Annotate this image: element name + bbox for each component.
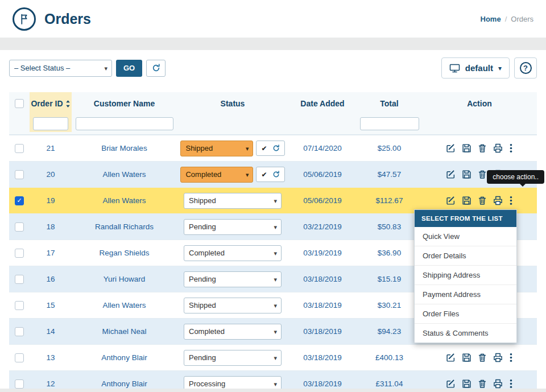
save-order-button[interactable] [462,170,471,179]
question-icon: ? [520,62,532,74]
table-row: 12 Anthony Blair Processing ✔ 03/18/2019… [9,370,537,389]
column-header-action: Action [422,92,537,115]
menu-item-order-files[interactable]: Order Files [415,304,516,323]
edit-order-button[interactable] [446,379,456,389]
delete-order-button[interactable] [478,379,487,389]
print-order-button[interactable] [493,143,503,153]
menu-item-shipping-address[interactable]: Shipping Address [415,265,516,284]
reset-status-button[interactable] [272,171,280,178]
customer-filter-input[interactable] [76,117,173,130]
order-status-select[interactable]: Completed [184,245,282,261]
breadcrumb-home-link[interactable]: Home [481,15,501,23]
trash-icon [478,196,487,205]
delete-order-button[interactable] [478,353,487,362]
date-added-cell: 03/21/2019 [288,214,357,240]
save-icon [462,353,471,362]
menu-item-status-comments[interactable]: Status & Comments [415,323,516,343]
page-title: Orders [44,11,91,27]
date-added-cell: 03/18/2019 [288,292,357,318]
order-id-cell: 20 [30,162,72,187]
order-id-filter-input[interactable] [33,117,68,130]
layout-default-button[interactable]: default ▾ [441,57,510,79]
order-id-cell: 21 [30,135,72,161]
save-order-button[interactable] [462,379,471,389]
save-order-button[interactable] [462,143,471,153]
delete-order-button[interactable] [478,143,487,153]
row-checkbox[interactable] [15,170,24,179]
row-checkbox[interactable] [15,144,24,153]
row-checkbox[interactable] [15,353,24,362]
chevron-down-icon: ▾ [498,64,502,72]
kebab-icon [509,196,513,205]
print-order-button[interactable] [493,379,503,389]
order-status-select[interactable]: Pending [184,350,282,366]
order-status-select[interactable]: Pending [184,219,282,235]
table-head: Order ID Customer Name Status Date Added… [9,92,537,135]
date-added-cell: 05/06/2019 [288,188,357,213]
row-checkbox[interactable] [15,327,24,336]
order-status-select[interactable]: Shipped [180,141,253,156]
menu-item-payment-address[interactable]: Payment Address [415,284,516,304]
order-id-cell: 13 [30,345,72,370]
refresh-icon [272,171,280,178]
status-filter-select[interactable]: – Select Status – [9,60,112,77]
toolbar: – Select Status – GO default ▾ ? [0,50,546,86]
help-button[interactable]: ? [514,57,537,79]
select-all-checkbox[interactable] [15,99,24,108]
total-filter-input[interactable] [360,117,419,130]
reset-status-button[interactable] [272,145,280,152]
save-icon [462,379,471,389]
order-status-select[interactable]: Completed [180,167,253,183]
edit-icon [446,353,456,362]
delete-order-button[interactable] [478,170,487,179]
trash-icon [478,379,487,389]
app-header: Orders Home / Orders [0,0,546,38]
order-status-select[interactable]: Pending [184,271,282,287]
customer-name-cell: Allen Waters [72,162,177,187]
menu-item-quick-view[interactable]: Quick View [415,227,516,246]
delete-order-button[interactable] [478,196,487,205]
customer-name-cell: Briar Morales [72,135,177,161]
order-id-cell: 12 [30,371,72,389]
row-checkbox[interactable] [15,379,24,389]
more-actions-button[interactable] [509,379,513,389]
edit-order-button[interactable] [446,196,456,205]
row-checkbox[interactable] [15,222,24,232]
menu-item-order-details[interactable]: Order Details [415,246,516,265]
edit-order-button[interactable] [446,143,456,153]
more-actions-button[interactable] [509,196,513,205]
column-header-status[interactable]: Status [177,92,288,115]
save-order-button[interactable] [462,196,471,205]
row-checkbox[interactable] [15,196,24,205]
confirm-status-button[interactable]: ✔ [261,145,267,152]
print-order-button[interactable] [493,353,503,362]
column-header-customer[interactable]: Customer Name [72,92,177,115]
order-status-select[interactable]: Processing [184,376,282,389]
row-checkbox[interactable] [15,249,24,258]
sort-icon [65,100,71,108]
save-icon [462,143,471,153]
total-cell: $94.23 [357,319,422,344]
refresh-button[interactable] [146,60,166,77]
edit-order-button[interactable] [446,353,456,362]
confirm-status-button[interactable]: ✔ [261,171,267,179]
column-header-total[interactable]: Total [357,92,422,115]
edit-order-button[interactable] [446,170,456,179]
more-actions-button[interactable] [509,353,513,362]
order-id-cell: 18 [30,214,72,240]
column-header-order-id[interactable]: Order ID [30,92,72,115]
customer-name-cell: Anthony Blair [72,345,177,370]
row-checkbox[interactable] [15,275,24,284]
kebab-icon [509,379,513,389]
column-header-date-added[interactable]: Date Added [288,92,357,115]
more-actions-button[interactable] [509,143,513,153]
order-status-select[interactable]: Completed [184,324,282,340]
print-order-button[interactable] [493,196,503,205]
save-order-button[interactable] [462,353,471,362]
order-status-select[interactable]: Shipped [184,193,282,209]
app-logo[interactable] [13,7,36,31]
row-checkbox[interactable] [15,301,24,310]
order-status-select[interactable]: Shipped [184,298,282,313]
go-button[interactable]: GO [116,60,142,77]
date-added-cell: 05/06/2019 [288,162,357,187]
